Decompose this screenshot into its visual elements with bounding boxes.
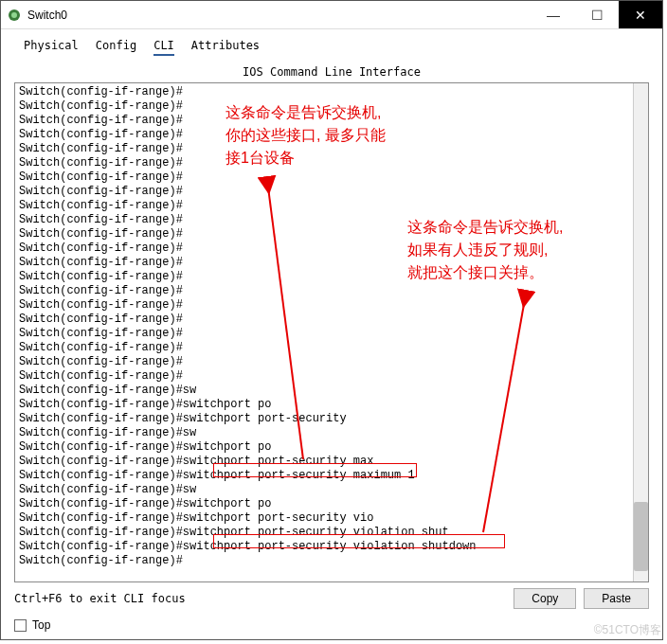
cli-line: Switch(config-if-range)#switchport port-… — [19, 412, 629, 426]
tab-attributes[interactable]: Attributes — [191, 39, 260, 56]
cli-line: Switch(config-if-range)#switchport po — [19, 497, 629, 511]
titlebar: Switch0 — ☐ ✕ — [1, 1, 662, 29]
cli-line: Switch(config-if-range)#switchport port-… — [19, 511, 629, 526]
app-window: Switch0 — ☐ ✕ Physical Config CLI Attrib… — [0, 0, 663, 640]
cli-line: Switch(config-if-range)# — [19, 313, 629, 327]
cli-terminal[interactable]: Switch(config-if-range)#Switch(config-if… — [14, 82, 649, 582]
cli-line: Switch(config-if-range)# — [19, 85, 629, 99]
titlebar-left: Switch0 — [1, 8, 67, 23]
cli-line: Switch(config-if-range)# — [19, 170, 629, 185]
cli-line: Switch(config-if-range)#sw — [19, 384, 629, 398]
cli-line: Switch(config-if-range)# — [19, 199, 629, 213]
cli-line: Switch(config-if-range)#switchport port-… — [19, 540, 629, 554]
svg-point-1 — [11, 12, 17, 18]
minimize-button[interactable]: — — [532, 1, 575, 28]
cli-buttons: Copy Paste — [514, 588, 649, 609]
paste-button[interactable]: Paste — [584, 588, 649, 609]
copy-button[interactable]: Copy — [514, 588, 576, 609]
cli-line: Switch(config-if-range)# — [19, 227, 629, 242]
cli-line: Switch(config-if-range)# — [19, 114, 629, 128]
top-label: Top — [32, 618, 50, 632]
footer-row: Top — [14, 618, 649, 632]
cli-line: Switch(config-if-range)# — [19, 185, 629, 199]
cli-line: Switch(config-if-range)# — [19, 128, 629, 142]
watermark: ©51CTO博客 — [594, 622, 661, 638]
cli-line: Switch(config-if-range)#switchport port-… — [19, 469, 629, 483]
cli-line: Switch(config-if-range)# — [19, 341, 629, 355]
tabs: Physical Config CLI Attributes — [14, 39, 649, 56]
app-icon — [7, 8, 22, 23]
cli-output: Switch(config-if-range)#Switch(config-if… — [15, 83, 633, 581]
cli-line: Switch(config-if-range)#sw — [19, 426, 629, 440]
cli-line: Switch(config-if-range)# — [19, 369, 629, 384]
cli-scrollbar[interactable] — [633, 83, 648, 581]
cli-line: Switch(config-if-range)# — [19, 284, 629, 298]
cli-scrollbar-thumb[interactable] — [634, 502, 648, 572]
cli-line: Switch(config-if-range)# — [19, 327, 629, 341]
cli-line: Switch(config-if-range)# — [19, 554, 629, 568]
cli-line: Switch(config-if-range)#sw — [19, 483, 629, 497]
top-checkbox[interactable] — [14, 619, 27, 632]
hint-row: Ctrl+F6 to exit CLI focus Copy Paste — [14, 588, 649, 609]
cli-line: Switch(config-if-range)# — [19, 213, 629, 227]
cli-line: Switch(config-if-range)# — [19, 355, 629, 369]
close-button[interactable]: ✕ — [619, 1, 662, 28]
window-controls: — ☐ ✕ — [532, 1, 662, 28]
tab-physical[interactable]: Physical — [24, 39, 79, 56]
cli-line: Switch(config-if-range)# — [19, 156, 629, 170]
cli-line: Switch(config-if-range)#switchport po — [19, 398, 629, 412]
cli-line: Switch(config-if-range)# — [19, 142, 629, 156]
cli-line: Switch(config-if-range)# — [19, 99, 629, 114]
cli-line: Switch(config-if-range)# — [19, 298, 629, 313]
content-area: Physical Config CLI Attributes IOS Comma… — [1, 29, 662, 639]
maximize-button[interactable]: ☐ — [575, 1, 619, 28]
window-title: Switch0 — [27, 9, 67, 22]
cli-line: Switch(config-if-range)#switchport port-… — [19, 526, 629, 540]
cli-line: Switch(config-if-range)#switchport po — [19, 440, 629, 455]
tab-config[interactable]: Config — [96, 39, 136, 56]
cli-hint: Ctrl+F6 to exit CLI focus — [14, 592, 186, 605]
tab-cli[interactable]: CLI — [153, 39, 174, 56]
cli-line: Switch(config-if-range)# — [19, 242, 629, 256]
cli-line: Switch(config-if-range)# — [19, 256, 629, 270]
cli-subtitle: IOS Command Line Interface — [14, 65, 649, 79]
cli-line: Switch(config-if-range)# — [19, 270, 629, 284]
cli-line: Switch(config-if-range)#switchport port-… — [19, 455, 629, 469]
